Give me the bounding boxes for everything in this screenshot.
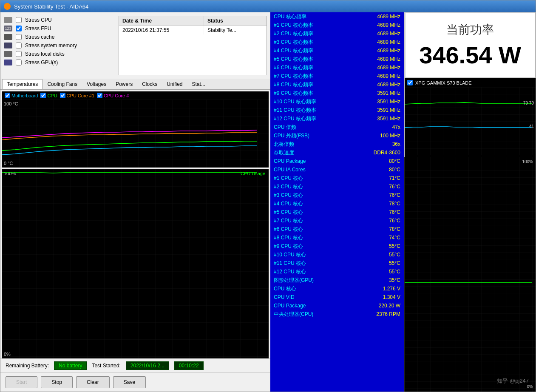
top-right: CPU 核心频率4689 MHz#1 CPU 核心频率4689 MHz#2 CP… [270,12,536,157]
tab-clocks[interactable]: Clocks [137,79,162,89]
cpu-data-row: CPU 外频(FSB)100 MHz [270,131,404,140]
battery-value: No battery [54,361,87,370]
power-display: 当前功率 346.54 W [405,12,536,78]
ssd-usage-100: 100% [522,159,533,164]
log-status-1: Stability Te... [204,26,267,34]
tab-stat[interactable]: Stat... [187,79,210,89]
start-button[interactable]: Start [6,376,37,388]
tab-cooling-fans[interactable]: Cooling Fans [43,79,82,89]
cpu-row-label: #7 CPU 核心频率 [274,72,313,80]
stress-disk-checkbox[interactable] [16,51,22,57]
stress-memory-item: Stress system memory [4,41,119,50]
power-label-cn: 当前功率 [418,22,522,38]
cpu-icon [4,17,12,23]
cpu-row-label: #4 CPU 核心 [274,200,303,207]
ssd-usage-0: 0% [527,384,533,389]
cpu-data-row: 存取速度DDR4-3600 [270,148,404,157]
tab-powers[interactable]: Powers [111,79,137,89]
ssd-usage-svg [405,157,536,392]
cb-cpucore2[interactable] [97,93,102,98]
cpu-usage-chart: CPU Usage 100% 0% [2,169,269,358]
tab-voltages[interactable]: Voltages [82,79,111,89]
cb-cpu-item: CPU [40,93,57,98]
cb-cpucore1-item: CPU Core #1 [60,93,94,98]
tabs-bar: Temperatures Cooling Fans Voltages Power… [0,79,270,90]
cpu-row-label: #9 CPU 核心频率 [274,89,313,97]
stop-button[interactable]: Stop [41,376,73,388]
power-value: 346.54 W [418,41,522,69]
cpu-row-value: 4689 MHz [377,72,400,80]
temperature-chart: 100 °C 0 °C [2,99,269,168]
cpu-data-row: 中央处理器(CPU)2376 RPM [270,310,404,318]
cpu-row-label: 图形处理器(GPU) [274,276,314,284]
cpu-data-row: CPU 核心频率4689 MHz [270,12,404,21]
stress-fpu-item: 123 Stress FPU [4,24,119,33]
cpu-data-row: CPU Package80°C [270,157,404,165]
stress-fpu-checkbox[interactable] [16,26,22,31]
cpu-row-value: 4689 MHz [377,55,400,63]
cb-cpucore1[interactable] [60,93,65,98]
temperature-chart-container: Motherboard CPU CPU Core #1 CPU Core # [2,91,269,168]
bottom-right: CPU Package80°CCPU IA Cores80°C#1 CPU 核心… [270,157,536,392]
cpu-data-row: #9 CPU 核心55°C [270,242,404,250]
cpu-row-label: #6 CPU 核心频率 [274,64,313,71]
stress-memory-label[interactable]: Stress system memory [25,43,77,48]
cpu-data-row: #11 CPU 核心55°C [270,259,404,267]
cpu-row-label: #12 CPU 核心频率 [274,115,316,122]
cpu-data-row: #2 CPU 核心频率4689 MHz [270,29,404,38]
cpu-data-row: #9 CPU 核心频率3591 MHz [270,89,404,97]
main-content: Stress CPU 123 Stress FPU Stress cache [0,12,536,392]
cpu-row-label: 存取速度 [274,149,294,156]
cpu-data-row: #1 CPU 核心71°C [270,174,404,182]
tab-temperatures[interactable]: Temperatures [2,79,43,89]
cpu-data-row: #8 CPU 核心频率4689 MHz [270,80,404,89]
power-section: 当前功率 346.54 W XPG GAMMIX S70 BLADE [404,12,536,157]
cpu-row-value: 55°C [389,259,400,267]
clear-button[interactable]: Clear [76,376,110,388]
stress-cache-checkbox[interactable] [16,34,22,40]
cb-cpu[interactable] [40,93,46,98]
title-bar: System Stability Test - AIDA64 [0,0,536,12]
cpu-row-value: 3591 MHz [377,106,400,114]
cpu-row-value: 80°C [389,157,400,165]
stress-cpu-label[interactable]: Stress CPU [25,17,52,23]
cpu-row-label: CPU 核心频率 [274,13,306,20]
cpu-row-label: #9 CPU 核心 [274,242,303,250]
cpu-data-row: #10 CPU 核心55°C [270,250,404,259]
right-panel: CPU 核心频率4689 MHz#1 CPU 核心频率4689 MHz#2 CP… [270,12,536,392]
cpu-row-label: CPU Package [274,157,306,165]
svg-rect-1 [2,169,269,358]
stress-disk-label[interactable]: Stress local disks [25,51,65,57]
cpu-row-value: 47x [392,123,400,131]
svg-rect-0 [2,99,269,168]
cpu-data-row: CPU IA Cores80°C [270,165,404,174]
cpu-data-row: #10 CPU 核心频率3591 MHz [270,97,404,106]
save-button[interactable]: Save [113,376,146,388]
cpu-row-value: 80°C [389,166,400,173]
stress-cache-item: Stress cache [4,33,119,41]
cpu-row-label: CPU IA Cores [274,166,306,173]
cpu-row-label: #7 CPU 核心 [274,217,303,224]
cpu-row-label: #10 CPU 核心 [274,251,306,258]
cpu-row-value: 76°C [389,208,400,216]
cb-motherboard[interactable] [5,93,10,98]
stress-cpu-checkbox[interactable] [16,17,22,23]
stress-memory-checkbox[interactable] [16,43,22,48]
stress-fpu-label[interactable]: Stress FPU [25,26,51,31]
cpu-data-row: #6 CPU 核心频率4689 MHz [270,63,404,72]
cpu-row-value: 4689 MHz [377,64,400,71]
cpu-data-row: CPU 核心1.276 V [270,284,404,293]
stress-gpu-label[interactable]: Stress GPU(s) [25,60,58,65]
log-col-status: Status [204,16,267,26]
stress-gpu-checkbox[interactable] [16,60,22,65]
cpu-data-row: #7 CPU 核心76°C [270,216,404,225]
cpu-data-bottom: CPU Package80°CCPU IA Cores80°C#1 CPU 核心… [270,157,404,392]
ssd-usage-section: 100% 0% 知乎 @pj247 [404,157,536,392]
cpu-row-label: CPU 倍频 [274,123,296,131]
cb-cpucore1-label: CPU Core #1 [67,93,94,98]
test-started-value: 2022/10/16 2... [126,361,169,370]
ssd-checkbox[interactable] [407,80,413,85]
cpu-data-list: CPU 核心频率4689 MHz#1 CPU 核心频率4689 MHz#2 CP… [270,12,404,157]
tab-unified[interactable]: Unified [162,79,187,89]
stress-cache-label[interactable]: Stress cache [25,34,54,40]
